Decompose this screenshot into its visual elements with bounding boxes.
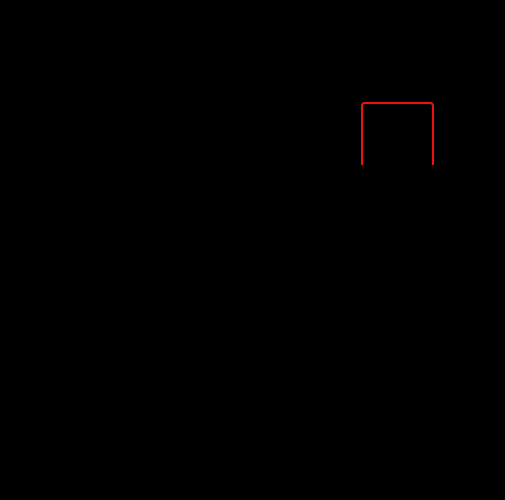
gpu-util-highlight (361, 102, 434, 165)
